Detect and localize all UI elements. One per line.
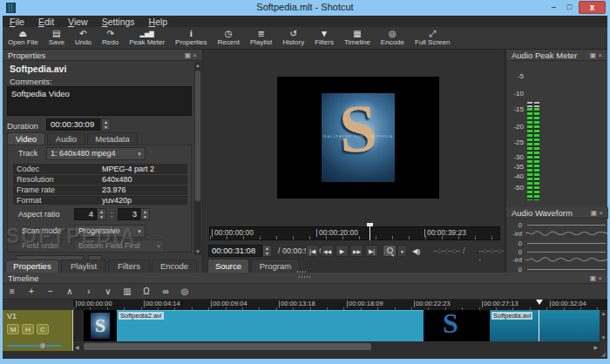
timeline-hscrollbar[interactable]: ◀ ▶: [73, 342, 600, 351]
zoom-fit-button[interactable]: [383, 245, 396, 257]
comments-input[interactable]: Softpedia Video: [7, 86, 192, 116]
scrub-toggle[interactable]: ∞: [156, 286, 175, 296]
overwrite-button[interactable]: ∨: [98, 286, 118, 296]
properties-button[interactable]: i Properties: [170, 29, 212, 47]
current-time-input[interactable]: 00:00:31:08: [208, 245, 262, 257]
field-order-combobox[interactable]: Bottom Field First▼: [74, 239, 165, 253]
clip-thumbnail[interactable]: S: [84, 310, 117, 341]
close-panel-icon[interactable]: ×: [598, 51, 604, 59]
rewind-button[interactable]: ◀◀: [321, 245, 334, 257]
scroll-up-icon[interactable]: ▲: [600, 311, 607, 316]
video-preview[interactable]: S WALLPAPER FOR SOFTPEDIA: [277, 77, 439, 199]
scrollbar-thumb[interactable]: [84, 343, 371, 350]
float-panel-icon[interactable]: ▣: [185, 51, 193, 59]
menu-view[interactable]: View: [61, 17, 95, 27]
ripple-delete-button[interactable]: −: [41, 286, 60, 296]
waveform-trace: [527, 243, 606, 244]
close-panel-icon[interactable]: ×: [598, 274, 604, 282]
tab-audio[interactable]: Audio: [47, 132, 85, 145]
lift-button[interactable]: ∧: [60, 286, 79, 296]
save-button[interactable]: ▤ Save: [44, 29, 70, 47]
mute-button[interactable]: M: [7, 324, 19, 334]
dock-tab-playlist[interactable]: Playlist: [61, 260, 106, 273]
skip-end-button[interactable]: ▶|: [365, 245, 378, 257]
resize-grip[interactable]: ◢: [601, 351, 606, 358]
maximize-button[interactable]: □: [563, 3, 576, 13]
float-panel-icon[interactable]: ▣: [590, 274, 599, 282]
close-panel-icon[interactable]: ×: [599, 209, 605, 217]
aspect-height-spinner[interactable]: ▲▼: [140, 208, 150, 220]
player-playhead[interactable]: [369, 223, 370, 240]
scroll-up-icon[interactable]: ▲: [194, 63, 201, 68]
timeline-header: Timeline ▣×: [3, 273, 607, 284]
recent-button[interactable]: ◷ Recent: [213, 29, 245, 47]
play-button[interactable]: ▶: [336, 245, 349, 257]
minimize-button[interactable]: –: [547, 3, 560, 13]
playlist-button[interactable]: ≣ Playlist: [245, 29, 277, 47]
timeline-playhead[interactable]: [539, 310, 539, 341]
zoom-slider-handle[interactable]: [39, 342, 46, 349]
track-combobox[interactable]: 1: 640x480 mpeg4▼: [46, 147, 146, 160]
dock-tab-encode[interactable]: Encode: [152, 260, 197, 273]
dock-tab-filters[interactable]: Filters: [108, 260, 150, 273]
timeline-button[interactable]: ▦ Timeline: [339, 29, 376, 47]
tab-program[interactable]: Program: [251, 259, 300, 273]
menu-help[interactable]: Help: [142, 17, 175, 27]
close-button[interactable]: x: [579, 1, 606, 14]
filters-button[interactable]: ▼ Filters: [309, 29, 339, 47]
float-panel-icon[interactable]: ▣: [590, 51, 599, 59]
menu-file[interactable]: File: [3, 17, 31, 27]
timeline-menu-button[interactable]: ≡: [3, 286, 22, 296]
tab-source[interactable]: Source: [207, 259, 249, 273]
aspect-height-input[interactable]: 3: [118, 208, 140, 220]
hide-button[interactable]: H: [22, 324, 34, 334]
scan-mode-combobox[interactable]: Progressive▼: [74, 225, 146, 238]
timeline-ruler[interactable]: 00:00:00:00 00:00:04:14 00:00:09:04 00:0…: [73, 300, 607, 310]
scroll-left-icon[interactable]: ◀: [75, 344, 79, 350]
menu-settings[interactable]: Settings: [95, 17, 142, 27]
ripple-toggle[interactable]: ◎: [175, 286, 194, 296]
timeline-playhead-marker[interactable]: [536, 300, 543, 305]
undo-button[interactable]: ↶ Undo: [70, 29, 97, 47]
encode-button[interactable]: ◎ Encode: [376, 29, 410, 47]
menu-edit[interactable]: Edit: [31, 17, 61, 27]
player-time-ruler[interactable]: 00:00:00:00 00:00:20:00 00:00:39:23: [209, 226, 500, 240]
history-button[interactable]: ↺ History: [277, 29, 309, 47]
close-panel-icon[interactable]: ×: [193, 51, 199, 59]
scrollbar-thumb[interactable]: [195, 71, 200, 201]
tab-video[interactable]: Video: [7, 132, 45, 145]
overwrite-icon: ∨: [105, 286, 111, 296]
dock-tab-properties[interactable]: Properties: [5, 260, 59, 273]
fast-forward-button[interactable]: ▶▶: [350, 245, 363, 257]
splitter-handle[interactable]: [299, 276, 311, 278]
duration-spinner[interactable]: ▲▼: [101, 118, 111, 131]
properties-scrollbar[interactable]: ▲ ▼: [194, 62, 201, 255]
track-head-v1[interactable]: V1 M H C: [3, 310, 73, 351]
volume-button[interactable]: ◀)): [412, 246, 419, 255]
composite-button[interactable]: C: [37, 324, 49, 334]
open-next-button[interactable]: ›: [79, 286, 98, 296]
skip-start-button[interactable]: |◀: [306, 245, 319, 257]
peak-meter-button[interactable]: ▂▅▇ Peak Meter: [124, 29, 170, 47]
timeline-vscrollbar[interactable]: ▲ ▼: [600, 310, 607, 341]
duration-input[interactable]: 00:00:30:09: [46, 118, 100, 131]
scroll-right-icon[interactable]: ▶: [593, 344, 598, 350]
scroll-down-icon[interactable]: ▼: [600, 335, 607, 340]
zoom-dropdown-button[interactable]: ▼: [397, 245, 407, 257]
redo-button[interactable]: ↷ Redo: [97, 29, 124, 47]
full-screen-button[interactable]: ⤢ Full Screen: [410, 29, 455, 47]
snap-toggle[interactable]: Ω: [137, 286, 156, 296]
append-button[interactable]: +: [22, 286, 41, 296]
split-button[interactable]: ▥: [118, 286, 137, 296]
open-file-button[interactable]: ⏏ Open File: [3, 29, 44, 47]
float-panel-icon[interactable]: ▣: [591, 209, 600, 217]
aspect-width-input[interactable]: 4: [74, 208, 97, 220]
scroll-down-icon[interactable]: ▼: [194, 249, 201, 254]
timeline-track-v1[interactable]: S Softpedia2.avi S Softpedia.avi: [73, 310, 607, 341]
current-time-spinner[interactable]: ▲▼: [262, 245, 272, 257]
zoom-slider-track[interactable]: [7, 345, 61, 347]
aspect-width-spinner[interactable]: ▲▼: [97, 208, 106, 220]
skip-start-icon: |◀: [309, 248, 315, 254]
clip-thumbnail[interactable]: S: [424, 310, 490, 341]
tab-metadata[interactable]: Metadata: [87, 132, 138, 145]
